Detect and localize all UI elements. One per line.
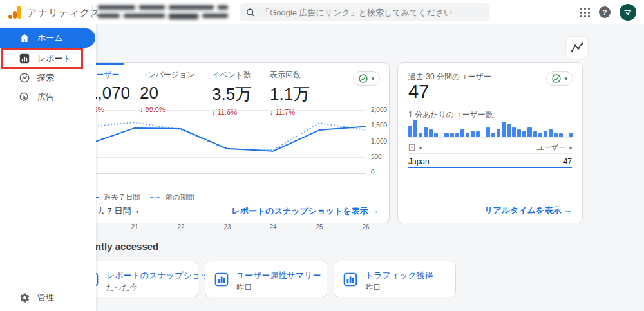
- sidebar-item-explore[interactable]: 探索: [0, 68, 95, 88]
- home-summary-card: ユーザー 1,070 ↓ 6% コンバージョン 20 ↓ 88.0% イベント数…: [77, 62, 390, 223]
- minute-bar: [413, 120, 417, 137]
- metric-conversions[interactable]: コンバージョン 20 ↓ 88.0%: [140, 70, 204, 113]
- sidebar-item-home[interactable]: ホーム: [0, 28, 95, 48]
- legend-previous-label: 前の期間: [166, 193, 194, 202]
- line-series-current: [88, 127, 366, 151]
- legend-dashed-line-swatch: [150, 197, 160, 198]
- users-line-chart: [88, 110, 366, 173]
- help-icon[interactable]: ?: [599, 6, 611, 18]
- divider: [408, 153, 572, 154]
- apps-grid-icon[interactable]: [580, 8, 590, 17]
- advertising-icon: [18, 91, 31, 104]
- minute-bar: [491, 133, 495, 137]
- country-cell: Japan: [408, 157, 430, 166]
- metric-value: 1.1万: [270, 83, 334, 106]
- metric-value: 3.5万: [212, 83, 276, 106]
- minute-bar: [408, 126, 412, 137]
- minute-bar: [527, 127, 531, 137]
- minute-bar: [544, 131, 547, 137]
- check-circle-icon: [552, 74, 561, 83]
- y-axis-tick: 1,000: [371, 138, 387, 145]
- x-axis-tick: 23: [220, 223, 235, 231]
- minute-bar: [569, 133, 573, 137]
- analytics-logo-icon[interactable]: [9, 6, 22, 19]
- metric-views[interactable]: 表示回数 1.1万 ↓ 11.7%: [270, 70, 334, 116]
- report-icon: [214, 272, 229, 287]
- y-axis-tick: 1,500: [371, 122, 387, 129]
- minute-bar: [497, 129, 500, 137]
- report-icon: [343, 272, 357, 287]
- metric-label: 表示回数: [270, 70, 334, 80]
- legend-current-label: 過去 7 日間: [104, 193, 140, 202]
- x-axis-tick: 22: [173, 223, 189, 231]
- realtime-link[interactable]: リアルタイムを表示 →: [484, 205, 572, 216]
- minute-bar: [533, 131, 537, 137]
- search-icon: [246, 8, 255, 17]
- top-app-bar: アナリティクス ? マ: [0, 0, 644, 24]
- gridline-baseline: [88, 173, 366, 174]
- insights-button[interactable]: [565, 36, 589, 59]
- minute-bar: [502, 122, 506, 137]
- x-axis-tick: 26: [358, 223, 374, 231]
- line-series-previous: [88, 122, 366, 150]
- sidebar-item-label: 広告: [37, 91, 54, 103]
- minute-bar: [554, 133, 558, 137]
- sidebar-item-label: レポート: [37, 53, 71, 64]
- minute-bar: [466, 133, 469, 137]
- minute-bar-chart: [408, 118, 573, 138]
- left-nav-sidebar: ホーム レポート 探索: [0, 24, 96, 311]
- data-quality-dropdown[interactable]: ▾: [546, 71, 573, 86]
- realtime-users-value: 47: [408, 81, 429, 102]
- chevron-down-icon: ▾: [419, 146, 422, 151]
- users-header-label: ユーザー: [536, 144, 565, 151]
- x-axis-tick: 21: [127, 223, 142, 231]
- minute-bar: [522, 131, 526, 137]
- recent-card-title: トラフィック獲得: [365, 270, 433, 281]
- topbar-actions: ? マ: [580, 0, 636, 24]
- recent-card-time: たった今: [106, 282, 138, 293]
- recent-card-user-attributes[interactable]: ユーザー属性サマリー 昨日: [205, 261, 327, 297]
- chevron-down-icon: ▾: [569, 146, 572, 151]
- search-input[interactable]: [261, 8, 483, 17]
- sidebar-item-reports[interactable]: レポート: [0, 49, 95, 68]
- data-quality-dropdown[interactable]: ▾: [353, 71, 380, 86]
- account-property-selector-blurred[interactable]: [98, 4, 230, 21]
- row-value-bar: [408, 167, 572, 168]
- metric-events[interactable]: イベント数 3.5万 ↓ 11.6%: [212, 70, 276, 116]
- report-snapshot-link[interactable]: レポートのスナップショットを表示 →: [231, 205, 379, 217]
- recent-card-time: 昨日: [365, 282, 381, 293]
- country-column-header[interactable]: 国 ▾: [408, 143, 422, 153]
- sidebar-item-admin[interactable]: 管理: [0, 288, 95, 307]
- sidebar-item-advertising[interactable]: 広告: [0, 88, 95, 107]
- minute-bar: [424, 127, 428, 137]
- y-axis-tick: 2,000: [371, 106, 387, 113]
- chevron-down-icon: ▾: [564, 75, 567, 82]
- analytics-home-page: ユーザー 1,070 ↓ 6% コンバージョン 20 ↓ 88.0% イベント数…: [0, 0, 644, 311]
- minute-bar: [419, 133, 422, 137]
- check-circle-icon: [359, 74, 368, 83]
- minute-bar: [429, 129, 433, 137]
- x-axis-tick: 24: [265, 223, 281, 231]
- sidebar-item-label: 管理: [37, 292, 54, 303]
- reports-icon: [18, 52, 31, 65]
- minute-bar: [517, 129, 521, 137]
- recent-card-time: 昨日: [236, 282, 252, 293]
- metric-label: イベント数: [212, 70, 276, 80]
- insights-sparkline-icon: [570, 41, 584, 54]
- account-avatar[interactable]: マ: [620, 4, 636, 21]
- chevron-down-icon: ▾: [371, 75, 374, 82]
- users-cell: 47: [564, 157, 572, 166]
- minute-bar: [471, 131, 475, 137]
- recent-card-title: レポートのスナップショット: [106, 270, 218, 281]
- users-column-header[interactable]: ユーザー ▾: [536, 143, 572, 153]
- minute-bar: [434, 133, 438, 137]
- metric-label: コンバージョン: [140, 70, 204, 80]
- y-axis-tick: 0: [371, 169, 375, 176]
- recent-card-traffic-acquisition[interactable]: トラフィック獲得 昨日: [334, 261, 456, 297]
- minute-bar: [507, 124, 511, 137]
- minute-bar: [460, 129, 464, 137]
- realtime-table-header: 国 ▾ ユーザー ▾: [408, 143, 572, 153]
- explore-icon: [18, 71, 31, 84]
- search-bar[interactable]: [240, 3, 489, 21]
- realtime-card: 過去 30 分間のユーザー ▾ 47 1 分あたりのユーザー数 国 ▾ ユーザー…: [397, 62, 583, 223]
